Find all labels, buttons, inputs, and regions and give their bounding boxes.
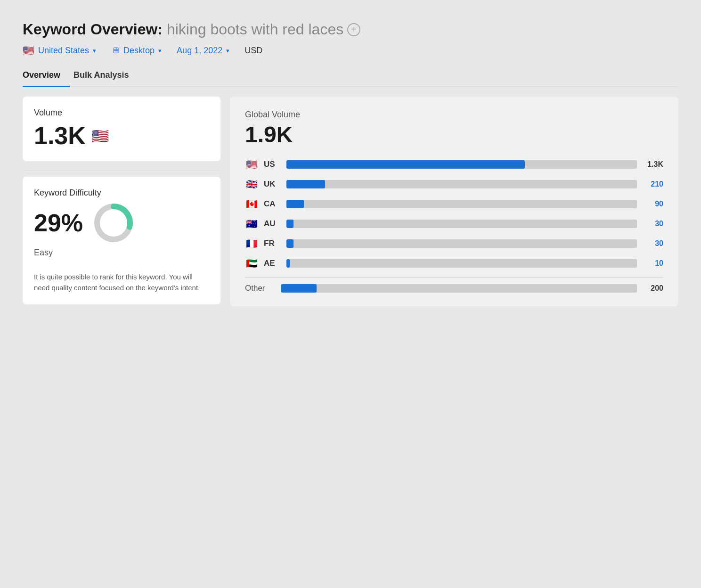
country-bar-fill bbox=[286, 180, 325, 188]
add-keyword-button[interactable]: + bbox=[347, 23, 360, 36]
other-divider bbox=[245, 278, 663, 278]
content-area: Volume 1.3K 🇺🇸 Keyword Difficulty 29% bbox=[23, 97, 678, 306]
country-bar-track bbox=[286, 180, 637, 188]
country-code: FR bbox=[264, 239, 281, 248]
kd-donut-chart bbox=[92, 202, 135, 244]
keyword-text: hiking boots with red laces bbox=[167, 21, 343, 38]
country-code: CA bbox=[264, 199, 281, 209]
kd-card: Keyword Difficulty 29% Easy bbox=[23, 177, 220, 304]
tabs-bar: Overview Bulk Analysis bbox=[23, 65, 678, 87]
country-rows: 🇺🇸 US 1.3K 🇬🇧 UK 210 🇨🇦 CA 90 🇦🇺 AU bbox=[245, 159, 663, 269]
country-value: 210 bbox=[643, 180, 663, 188]
page-title: Keyword Overview: hiking boots with red … bbox=[23, 21, 343, 38]
other-bar-track bbox=[281, 284, 637, 293]
left-panel: Volume 1.3K 🇺🇸 Keyword Difficulty 29% bbox=[23, 97, 220, 306]
country-flag-icon: 🇦🇺 bbox=[245, 218, 258, 229]
country-chevron-icon: ▾ bbox=[93, 47, 96, 54]
toolbar: 🇺🇸 United States ▾ 🖥 Desktop ▾ Aug 1, 20… bbox=[23, 45, 678, 56]
country-label: United States bbox=[38, 46, 89, 56]
country-bar-track bbox=[286, 200, 637, 208]
country-flag-icon: 🇺🇸 bbox=[23, 45, 34, 56]
country-flag-icon: 🇨🇦 bbox=[245, 198, 258, 210]
kd-value: 29% bbox=[34, 209, 83, 237]
kd-description-text: It is quite possible to rank for this ke… bbox=[34, 273, 200, 292]
country-bar-fill bbox=[286, 220, 293, 228]
country-row: 🇬🇧 UK 210 bbox=[245, 179, 663, 190]
volume-flag-icon: 🇺🇸 bbox=[91, 128, 109, 144]
country-flag-icon: 🇫🇷 bbox=[245, 238, 258, 249]
other-bar-fill bbox=[281, 284, 317, 293]
country-flag-icon: 🇬🇧 bbox=[245, 179, 258, 190]
volume-value-row: 1.3K 🇺🇸 bbox=[34, 122, 209, 150]
country-flag-icon: 🇦🇪 bbox=[245, 258, 258, 269]
country-value: 90 bbox=[643, 200, 663, 208]
country-code: UK bbox=[264, 180, 281, 189]
currency-display: USD bbox=[245, 46, 262, 56]
tab-bulk-analysis[interactable]: Bulk Analysis bbox=[73, 65, 138, 87]
other-row: Other 200 bbox=[245, 284, 663, 293]
panel-divider bbox=[23, 171, 220, 171]
right-panel: Global Volume 1.9K 🇺🇸 US 1.3K 🇬🇧 UK 210 … bbox=[230, 97, 678, 306]
date-chevron-icon: ▾ bbox=[226, 47, 229, 54]
country-row: 🇨🇦 CA 90 bbox=[245, 198, 663, 210]
country-value: 30 bbox=[643, 220, 663, 228]
country-row: 🇺🇸 US 1.3K bbox=[245, 159, 663, 170]
device-chevron-icon: ▾ bbox=[158, 47, 162, 54]
currency-label: USD bbox=[245, 46, 262, 56]
country-selector[interactable]: 🇺🇸 United States ▾ bbox=[23, 45, 96, 56]
country-value: 10 bbox=[643, 259, 663, 268]
desktop-icon: 🖥 bbox=[111, 46, 120, 56]
date-selector[interactable]: Aug 1, 2022 ▾ bbox=[177, 46, 229, 56]
kd-top-row: 29% bbox=[34, 202, 209, 244]
country-row: 🇦🇺 AU 30 bbox=[245, 218, 663, 229]
title-prefix: Keyword Overview: bbox=[23, 21, 167, 38]
kd-description: It is quite possible to rank for this ke… bbox=[34, 262, 209, 293]
country-flag-icon: 🇺🇸 bbox=[245, 159, 258, 170]
country-value: 1.3K bbox=[643, 160, 663, 169]
country-row: 🇫🇷 FR 30 bbox=[245, 238, 663, 249]
volume-card: Volume 1.3K 🇺🇸 bbox=[23, 97, 220, 161]
country-value: 30 bbox=[643, 239, 663, 248]
country-bar-fill bbox=[286, 160, 525, 169]
other-label: Other bbox=[245, 284, 275, 293]
country-bar-track bbox=[286, 160, 637, 169]
kd-label: Keyword Difficulty bbox=[34, 188, 209, 198]
country-bar-track bbox=[286, 239, 637, 248]
date-label: Aug 1, 2022 bbox=[177, 46, 222, 56]
header-title-row: Keyword Overview: hiking boots with red … bbox=[23, 21, 678, 38]
global-vol-value: 1.9K bbox=[245, 122, 663, 147]
device-selector[interactable]: 🖥 Desktop ▾ bbox=[111, 46, 162, 56]
volume-number: 1.3K bbox=[34, 122, 86, 150]
country-bar-fill bbox=[286, 259, 290, 268]
country-code: AE bbox=[264, 259, 281, 268]
kd-difficulty-label: Easy bbox=[34, 248, 209, 258]
country-code: US bbox=[264, 160, 281, 169]
volume-label: Volume bbox=[34, 108, 209, 118]
country-bar-fill bbox=[286, 200, 304, 208]
country-code: AU bbox=[264, 219, 281, 229]
country-row: 🇦🇪 AE 10 bbox=[245, 258, 663, 269]
country-bar-track bbox=[286, 259, 637, 268]
device-label: Desktop bbox=[123, 46, 155, 56]
page-container: Keyword Overview: hiking boots with red … bbox=[11, 11, 690, 316]
country-bar-fill bbox=[286, 239, 293, 248]
tab-overview[interactable]: Overview bbox=[23, 65, 70, 87]
other-value: 200 bbox=[643, 284, 663, 293]
country-bar-track bbox=[286, 220, 637, 228]
global-vol-label: Global Volume bbox=[245, 110, 663, 120]
